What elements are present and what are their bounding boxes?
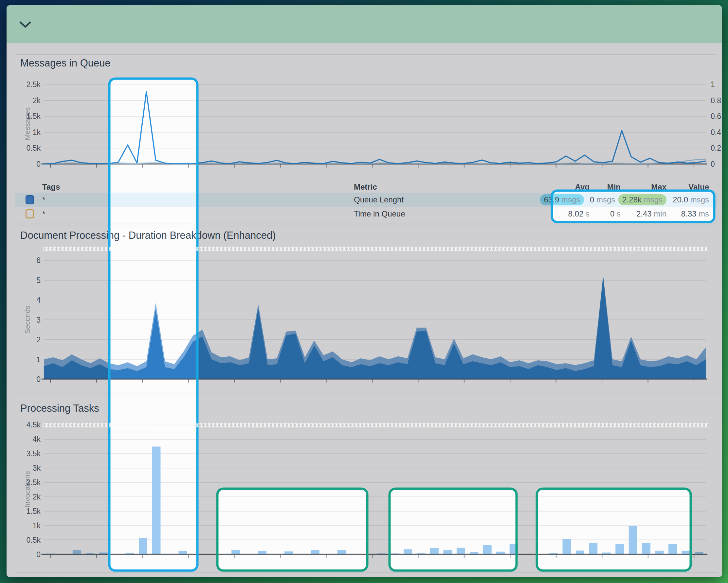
- tag-cell: *: [34, 209, 346, 219]
- legend-table-header: Tags Metric Avg Min Max Value: [15, 181, 717, 193]
- tasks-bar-chart[interactable]: [15, 396, 717, 572]
- series-checkbox-checked[interactable]: [26, 195, 34, 204]
- task-bar[interactable]: [457, 548, 465, 554]
- avg-highlight-pill: 63.9 msgs: [540, 194, 584, 205]
- task-bar[interactable]: [231, 550, 240, 554]
- task-bar[interactable]: [311, 550, 319, 554]
- task-bar[interactable]: [682, 551, 691, 555]
- task-bar[interactable]: [642, 543, 650, 554]
- value-cell: 8.33 ms: [670, 209, 709, 219]
- metric-cell: Queue Lenght: [346, 195, 528, 204]
- legend-row-time-in-queue[interactable]: * Time in Queue 8.02 s 0 s 2.43 min 8.33…: [15, 207, 717, 221]
- legend-row-queue-length[interactable]: * Queue Lenght 63.9 msgs 0 msgs 2.28k ms…: [15, 193, 717, 207]
- task-bar[interactable]: [337, 550, 346, 554]
- task-bar[interactable]: [139, 538, 147, 554]
- task-bar[interactable]: [258, 551, 266, 555]
- chevron-down-icon[interactable]: [18, 20, 32, 29]
- task-bar[interactable]: [73, 550, 81, 554]
- task-bar[interactable]: [178, 551, 187, 555]
- task-bar[interactable]: [430, 548, 439, 554]
- collapsible-row-header[interactable]: [6, 5, 722, 43]
- task-bar[interactable]: [576, 551, 584, 554]
- col-header-min: Min: [593, 182, 621, 192]
- panel-messages-in-queue: Messages in Queue Messages Tags Metric A…: [15, 54, 717, 223]
- dashboard-screenshot: Messages in Queue Messages Tags Metric A…: [0, 0, 728, 583]
- metric-cell: Time in Queue: [346, 209, 534, 219]
- col-header-value: Value: [670, 182, 709, 192]
- avg-cell: 8.02 s: [537, 209, 590, 219]
- col-header-avg: Avg: [537, 182, 590, 192]
- max-highlight-pill: 2.28k msgs: [618, 194, 667, 205]
- min-cell: 0 s: [593, 209, 621, 219]
- task-bar[interactable]: [589, 543, 597, 554]
- dashboard-card: Messages in Queue Messages Tags Metric A…: [6, 5, 722, 577]
- task-bar[interactable]: [152, 447, 161, 554]
- task-bar[interactable]: [669, 544, 677, 555]
- task-bar[interactable]: [404, 549, 412, 554]
- panel-processing-tasks: Processing Tasks Invocations 4.5k4k3.5k3…: [15, 396, 717, 573]
- task-bar[interactable]: [655, 551, 664, 555]
- panel-duration-breakdown: Document Processing - Duration Breakdown…: [15, 227, 717, 392]
- series-checkbox-unchecked[interactable]: [26, 209, 34, 219]
- col-header-metric: Metric: [346, 182, 534, 192]
- tag-cell: *: [34, 195, 346, 204]
- task-bar[interactable]: [443, 550, 452, 554]
- task-bar[interactable]: [483, 545, 492, 554]
- task-bar[interactable]: [562, 539, 571, 554]
- duration-area-chart[interactable]: [15, 227, 717, 392]
- max-cell: 2.43 min: [624, 209, 667, 219]
- value-cell: 20.0 msgs: [670, 195, 709, 204]
- col-header-tags: Tags: [34, 182, 346, 192]
- task-bar[interactable]: [616, 544, 624, 555]
- col-header-max: Max: [624, 182, 667, 192]
- task-bar[interactable]: [629, 526, 637, 554]
- queue-length-line: [44, 92, 706, 164]
- min-cell: 0 msgs: [587, 195, 615, 204]
- task-bar[interactable]: [510, 544, 518, 555]
